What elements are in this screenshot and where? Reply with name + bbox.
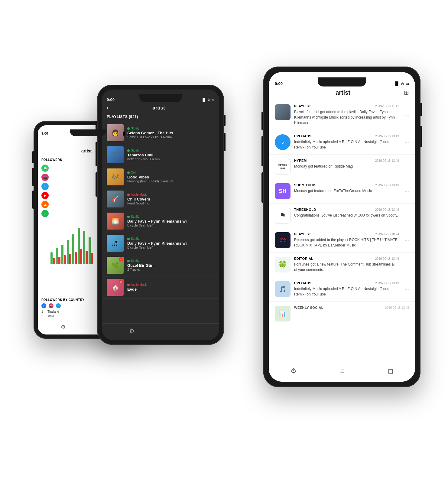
wifi-icon-2: ⊙ (207, 98, 210, 102)
bar-red-5 (75, 252, 77, 264)
rockhits-image: ROCKHITS (275, 232, 291, 248)
feed-item-header-8: UPLOADS 2019-09-18 13:49 (294, 281, 399, 285)
daily2-image: 🏖 (107, 235, 124, 252)
feed-item-hypem[interactable]: RIPTIDEmag HYPEM 2019-09-18 13:49 Monday… (269, 155, 415, 179)
playlist-source-chill: Apple Music (127, 193, 214, 196)
soundcloud-icon: ☁ (41, 201, 49, 208)
source-name-guzel: Stotify (131, 259, 139, 263)
stotify-dot-3 (127, 216, 130, 218)
square-tab-3[interactable]: ◻ (388, 367, 393, 375)
more-icon-8[interactable]: ··· (403, 286, 409, 292)
feed-item-weekly[interactable]: 📊 WEEKLY SOCIAL 2019-09-18 13:49 (269, 302, 415, 326)
filter-icon[interactable]: ⊞ (404, 89, 409, 96)
bar-green-4 (67, 240, 69, 264)
feed-item-threshold[interactable]: ⚑ THRESHOLD 2019-09-18 13:49 Congratulat… (269, 204, 415, 228)
more-icon-4[interactable]: ··· (403, 188, 409, 194)
more-icon-6[interactable]: ··· (403, 237, 409, 243)
bar-red-1 (53, 258, 55, 264)
feed-content-playlist-1: PLAYLIST 2019-10-16 11:11 Bicycle feat k… (294, 104, 399, 126)
list-item[interactable]: 🎵 Stotify Temazos Chill better off - fil… (102, 144, 219, 166)
feed-thumb-rockhits: ROCKHITS (275, 232, 291, 248)
coil-image: 🎶 (107, 168, 124, 185)
arizona2-image: 🎵 (275, 281, 291, 297)
feed-date-8: 2019-09-18 13:49 (375, 282, 399, 285)
feed-item-header-5: THRESHOLD 2019-09-18 13:49 (294, 208, 399, 211)
menu-tab-2[interactable]: ≡ (189, 328, 192, 334)
feed-thumb-uploads-2: 🎵 (275, 281, 291, 297)
notch-3 (318, 77, 366, 86)
bar-group-5 (72, 234, 77, 264)
country-name-2: India (47, 315, 54, 318)
bar-green-8 (89, 237, 91, 264)
badge-evde: 2 (119, 279, 123, 284)
playlist-info-evde: Apple Music Evde (127, 283, 214, 292)
feed-date-6: 2019-09-19 10:24 (375, 233, 399, 236)
feed-text-1: Bicycle feat klei got added to the playl… (294, 109, 399, 126)
feed-thumb-submithub: SH (275, 183, 291, 199)
arizona-image: ♪ (275, 134, 291, 150)
daily1-image: 🌅 (107, 213, 124, 230)
list-item[interactable]: 🎶 Coil Good Vibes Floating (feat. Khalid… (102, 166, 219, 188)
feed-content-uploads-2: UPLOADS 2019-09-18 13:49 Indefinitely Mu… (294, 281, 399, 297)
feed-category-4: SUBMITHUB (294, 183, 316, 187)
feed-date-4: 2019-09-18 13:49 (375, 184, 399, 187)
feed-content-rockhits: PLAYLIST 2019-09-19 10:24 Reckless got a… (294, 232, 399, 248)
bicycle-image: 🎵 (275, 104, 291, 120)
twitter-icon: 🐦 (41, 183, 49, 190)
feed-category-1: PLAYLIST (294, 104, 311, 108)
stotify-dot-4 (127, 238, 130, 240)
more-icon-2[interactable]: ··· (403, 139, 409, 145)
settings-tab-3[interactable]: ⚙ (291, 367, 297, 375)
settings-tab-2[interactable]: ⚙ (129, 327, 135, 334)
list-item[interactable]: 🌅 Stotify Daily Favs – Fynn Kliemanns wi… (102, 210, 219, 232)
playlist-info-temazos: Stotify Temazos Chill better off - filou… (127, 149, 214, 161)
status-icons-2: ▐▌ ⊙ ▭ (201, 98, 214, 102)
source-name-coil: Coil (131, 171, 136, 174)
feed-thumb-threshold: ⚑ (275, 208, 291, 224)
feed-text-7: ForTunes got a new feature. The Comment … (294, 262, 399, 272)
phone-feed: 9:00 ▐▌ ⊙ ▭ artist ⊞ 🎵 (263, 67, 420, 387)
feed-item-uploads-2[interactable]: 🎵 UPLOADS 2019-09-18 13:49 Indefinitely … (269, 277, 415, 302)
menu-tab-3[interactable]: ≡ (340, 367, 344, 375)
list-item[interactable]: 🏖 Stotify Daily Favs – Fynn Kliemanns wi… (102, 232, 219, 254)
temazos-image: 🎵 (107, 146, 124, 163)
bar-red-4 (69, 254, 71, 264)
playlist-source-daily1: Stotify (127, 215, 214, 218)
bar-group-7 (83, 231, 88, 264)
feed-item-editorial[interactable]: 🍀 EDITORIAL 2019-09-18 13:49 ForTunes go… (269, 253, 415, 277)
signal-icon: ▐▌ (122, 132, 126, 135)
list-item[interactable]: 2 🏠 Apple Music Evde (102, 276, 219, 299)
feed-text-3: Monday got featured on Riptide Mag (294, 164, 399, 169)
status-icons-1: ▐▌ ⊙ ▭ (122, 132, 135, 135)
feed-category-5: THRESHOLD (294, 208, 316, 211)
more-icon-3[interactable]: ··· (403, 164, 409, 170)
apple-dot (127, 194, 130, 196)
more-icon-1[interactable]: ··· (403, 112, 409, 118)
source-name-daily2: Stotify (131, 237, 139, 240)
feed-item-submithub[interactable]: SH SUBMITHUB 2019-09-18 13:49 Monday got… (269, 179, 415, 204)
bar-red-7 (86, 251, 88, 264)
more-icon-5[interactable]: ··· (403, 213, 409, 219)
back-button-2[interactable]: ‹ (107, 105, 109, 111)
feed-item-playlist-2[interactable]: ROCKHITS PLAYLIST 2019-09-19 10:24 Reckl… (269, 228, 415, 253)
list-item[interactable]: 2 🌿 Stotify Güzel Bir Gün 2 Tracks (102, 254, 219, 276)
playlist-thumb-temazos: 🎵 (107, 146, 124, 163)
feed-item-uploads-1[interactable]: ♪ UPLOADS 2019-09-18 13:49 Indefinitely … (269, 130, 415, 155)
back-icon[interactable]: ‹ (41, 148, 43, 154)
spotify-icon: ♪ (41, 210, 49, 217)
bar-green-5 (72, 234, 74, 264)
facebook-icon: f (41, 303, 46, 308)
badge-guzel: 2 (119, 257, 123, 262)
notch-1 (70, 129, 106, 136)
feed-item-playlist-1[interactable]: 🎵 PLAYLIST 2019-10-16 11:11 Bicycle feat… (269, 100, 415, 130)
list-item[interactable]: 🎸 Apple Music Chill Covers Feed Good Inc… (102, 188, 219, 210)
bar-green-2 (56, 248, 58, 264)
playlists-title: artist (112, 105, 205, 111)
settings-tab-1[interactable]: ⚙ (61, 324, 66, 330)
feed-category-2: UPLOADS (294, 134, 311, 138)
playlist-track-coil: Floating (feat. Khalid) [filous Re (127, 179, 214, 183)
playlist-thumb-guzel: 2 🌿 (107, 257, 124, 274)
feed-item-header-9: WEEKLY SOCIAL 2019-09-18 13:49 (294, 306, 409, 309)
more-icon-7[interactable]: ··· (403, 262, 409, 268)
sh-image: SH (275, 183, 291, 199)
